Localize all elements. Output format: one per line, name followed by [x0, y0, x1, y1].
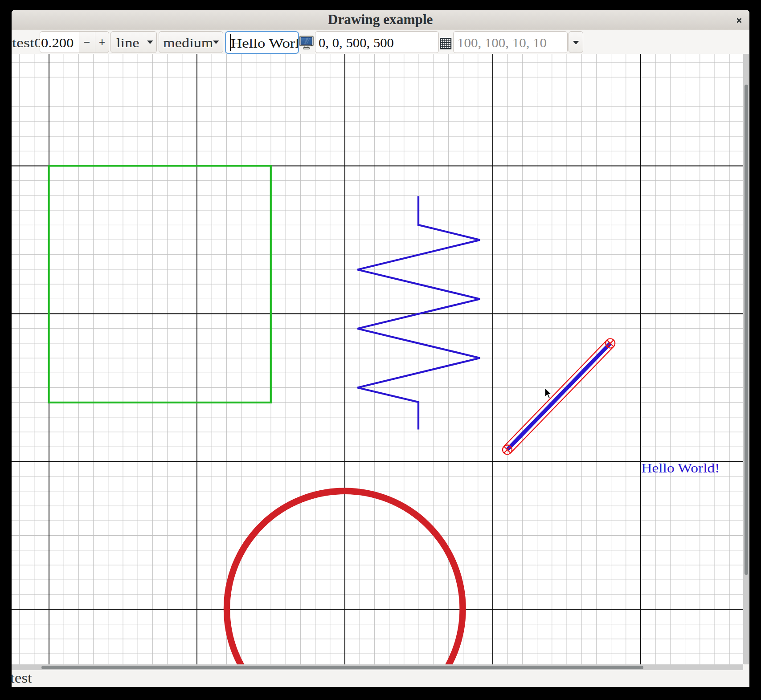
svg-text:Hello World!: Hello World! [641, 460, 720, 475]
